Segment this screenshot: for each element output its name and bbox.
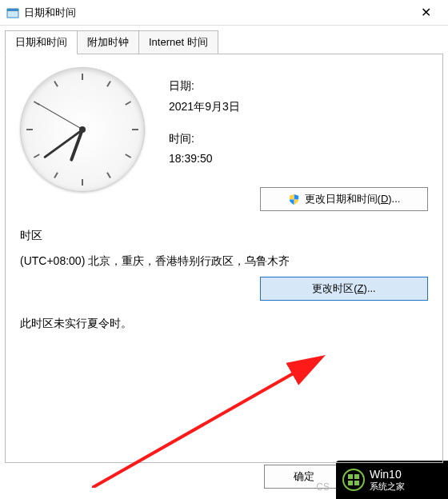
- svg-rect-5: [348, 481, 353, 485]
- tab-internet-time[interactable]: Internet 时间: [138, 30, 218, 54]
- svg-rect-4: [354, 474, 359, 479]
- window-title: 日期和时间: [24, 6, 410, 20]
- time-value: 18:39:50: [169, 150, 240, 169]
- tab-additional-clocks[interactable]: 附加时钟: [77, 30, 139, 54]
- watermark-line2: 系统之家: [370, 481, 405, 492]
- watermark-line1: Win10: [370, 468, 405, 481]
- watermark-logo-icon: [342, 469, 365, 491]
- change-datetime-label: 更改日期和时间(D)...: [305, 192, 401, 206]
- timezone-heading: 时区: [20, 229, 428, 243]
- dst-note: 此时区未实行夏令时。: [20, 317, 428, 331]
- timezone-section: 时区 (UTC+08:00) 北京，重庆，香港特别行政区，乌鲁木齐 更改时区(Z…: [20, 229, 428, 331]
- svg-rect-3: [348, 474, 353, 479]
- close-button[interactable]: ✕: [410, 2, 442, 24]
- tab-strip: 日期和时间 附加时钟 Internet 时间: [5, 30, 448, 54]
- date-value: 2021年9月3日: [169, 98, 240, 117]
- svg-rect-6: [354, 481, 359, 485]
- time-label: 时间:: [169, 130, 240, 149]
- timezone-value: (UTC+08:00) 北京，重庆，香港特别行政区，乌鲁木齐: [20, 254, 428, 269]
- tab-panel: 日期: 2021年9月3日 时间: 18:39:50 更改日期和时间(D)...…: [5, 54, 443, 463]
- analog-clock: [20, 67, 145, 192]
- window-icon: [6, 6, 19, 19]
- date-label: 日期:: [169, 77, 240, 96]
- change-timezone-label: 更改时区(Z)...: [312, 281, 375, 296]
- uac-shield-icon: [288, 194, 300, 206]
- clock-second-hand: [37, 103, 82, 130]
- titlebar: 日期和时间 ✕: [0, 0, 448, 26]
- datetime-info: 日期: 2021年9月3日 时间: 18:39:50: [169, 67, 240, 192]
- change-timezone-button[interactable]: 更改时区(Z)...: [260, 277, 428, 301]
- close-icon: ✕: [421, 5, 431, 20]
- datetime-row: 日期: 2021年9月3日 时间: 18:39:50: [20, 67, 428, 192]
- svg-rect-1: [7, 9, 18, 11]
- ok-button[interactable]: 确定: [264, 465, 344, 489]
- site-watermark: Win10 系统之家: [336, 461, 448, 499]
- tab-datetime[interactable]: 日期和时间: [5, 30, 78, 54]
- watermark-cs: CS: [316, 481, 330, 493]
- change-datetime-button[interactable]: 更改日期和时间(D)...: [260, 187, 428, 211]
